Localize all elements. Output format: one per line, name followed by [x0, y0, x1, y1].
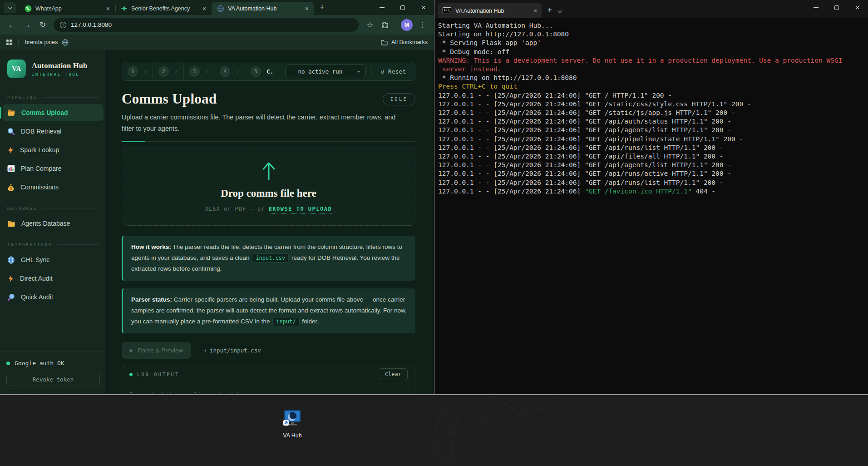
close-button[interactable]: ×: [413, 0, 434, 15]
sidebar-item-agents-database[interactable]: Agents Database: [3, 215, 104, 232]
tab-va-automation-hub[interactable]: VA Automation Hub ×: [212, 2, 314, 15]
browser-window-controls: ×: [371, 0, 434, 15]
terminal-line: 127.0.0.1 - - [25/Apr/2026 21:24:06] "GE…: [438, 169, 868, 178]
profile-avatar[interactable]: M: [401, 19, 413, 31]
play-icon: ▶: [130, 348, 133, 353]
step-5: 5 C.: [245, 62, 279, 80]
tab-close-icon[interactable]: ×: [105, 5, 111, 12]
revoke-token-button[interactable]: Revoke token: [6, 373, 100, 386]
tab-search-button[interactable]: [4, 2, 16, 13]
bookmark-globe-icon[interactable]: [62, 39, 69, 46]
terminal-new-tab-button[interactable]: +: [547, 5, 552, 15]
va-hub-monitor-icon: [281, 409, 303, 429]
step-chevron-icon: ›: [174, 68, 178, 75]
app-logo: VA: [7, 59, 26, 78]
forward-icon[interactable]: →: [20, 18, 35, 32]
terminal-close-button[interactable]: ×: [847, 0, 868, 15]
how-it-works-label: How it works:: [131, 243, 171, 250]
sidebar-item-commissions[interactable]: $ Commissions: [3, 178, 104, 196]
terminal-tab-close-icon[interactable]: ×: [533, 7, 537, 14]
terminal-line: Press CTRL+C to quit: [438, 82, 868, 91]
chevron-down-icon: ▾: [357, 69, 360, 74]
all-bookmarks-button[interactable]: All Bookmarks: [381, 39, 428, 45]
sidebar-item-direct-audit[interactable]: Direct Audit: [3, 270, 104, 287]
site-info-icon[interactable]: i: [60, 22, 66, 28]
tab-senior-benefits-agency[interactable]: Senior Benefits Agency ×: [115, 2, 212, 15]
extensions-puzzle-icon[interactable]: [378, 18, 391, 32]
bookmark-star-icon[interactable]: ☆: [363, 18, 377, 32]
input-csv-chip: input.csv: [252, 253, 289, 263]
status-dot-icon: [6, 362, 10, 365]
terminal-tab[interactable]: C:\_ VA Automation Hub ×: [438, 3, 542, 18]
svg-text:$: $: [10, 186, 12, 190]
terminal-line: 127.0.0.1 - - [25/Apr/2026 21:24:06] "GE…: [438, 178, 868, 187]
sidebar-item-dob-retrieval[interactable]: DOB Retrieval: [3, 123, 104, 140]
parse-preview-button[interactable]: ▶ Parse & Preview: [122, 342, 191, 359]
auth-status-row: Google auth OK: [6, 360, 100, 367]
terminal-line: 127.0.0.1 - - [25/Apr/2026 21:24:06] "GE…: [438, 109, 868, 117]
log-output-header: LOG OUTPUT: [137, 372, 179, 377]
browse-to-upload-link[interactable]: BROWSE TO UPLOAD: [269, 206, 332, 213]
file-dropzone[interactable]: Drop comms file here XLSX or PDF — or BR…: [122, 148, 415, 226]
terminal-line: 127.0.0.1 - - [25/Apr/2026 21:24:06] "GE…: [438, 187, 868, 196]
sidebar-item-quick-audit[interactable]: Quick Audit: [3, 288, 104, 306]
tab-close-icon[interactable]: ×: [304, 5, 310, 12]
magnifier-icon: [7, 293, 15, 301]
back-icon[interactable]: ←: [5, 18, 19, 32]
app-page: VA Automation Hub INTERNAL TOOL PIPELINE…: [0, 50, 434, 393]
sidebar-item-spark-lookup[interactable]: Spark Lookup: [3, 141, 104, 159]
terminal-line: 127.0.0.1 - - [25/Apr/2026 21:24:06] "GE…: [438, 135, 868, 144]
compass-star-icon: [121, 5, 128, 12]
terminal-line: * Serving Flask app 'app': [438, 39, 868, 47]
tab-whatsapp[interactable]: WhatsApp ×: [19, 2, 115, 15]
accent-divider: [122, 141, 415, 142]
parse-preview-label: Parse & Preview: [138, 347, 183, 354]
terminal-line: 127.0.0.1 - - [25/Apr/2026 21:24:06] "GE…: [438, 144, 868, 152]
tab-close-icon[interactable]: ×: [202, 5, 207, 12]
dropzone-title: Drop comms file here: [221, 188, 316, 199]
browser-menu-icon[interactable]: ⋮: [415, 21, 429, 29]
apps-grid-icon[interactable]: [6, 40, 12, 45]
terminal-window-controls: ×: [805, 0, 868, 15]
sidebar-item-label: Commissions: [20, 183, 59, 191]
terminal-minimize-button[interactable]: [805, 0, 826, 15]
maximize-button[interactable]: [392, 0, 413, 15]
input-folder-chip: input/: [272, 317, 299, 326]
terminal-line: 127.0.0.1 - - [25/Apr/2026 21:24:06] "GE…: [438, 161, 868, 169]
terminal-line: server instead.: [438, 65, 868, 74]
terminal-output[interactable]: Starting VA Automation Hub...Starting on…: [434, 18, 868, 196]
app-logo-block: VA Automation Hub INTERNAL TOOL: [0, 50, 106, 86]
new-tab-button[interactable]: +: [320, 2, 325, 12]
sidebar-item-label: Spark Lookup: [20, 146, 59, 154]
bookmark-label: brenda jones: [25, 39, 58, 45]
shortcut-arrow-badge: [283, 420, 289, 426]
active-run-select[interactable]: — no active run — ▾: [285, 64, 366, 78]
reset-button[interactable]: ↺ Reset: [372, 68, 415, 75]
terminal-line: 127.0.0.1 - - [25/Apr/2026 21:24:06] "GE…: [438, 91, 868, 100]
page-description: Upload a carrier commissions file. The p…: [122, 112, 405, 134]
clear-log-button[interactable]: Clear: [379, 368, 408, 380]
minimize-button[interactable]: [371, 0, 392, 15]
app-title: Automation Hub: [32, 61, 87, 70]
sidebar-item-ghl-sync[interactable]: GHL Sync: [3, 251, 104, 268]
all-bookmarks-label: All Bookmarks: [391, 39, 428, 45]
terminal-line: Starting VA Automation Hub...: [438, 21, 868, 30]
sidebar-item-label: Quick Audit: [21, 293, 53, 301]
step-chevron-icon: ›: [143, 68, 147, 75]
lightning-icon: [7, 275, 14, 283]
terminal-dropdown-icon[interactable]: [557, 9, 562, 13]
sidebar-item-comms-upload[interactable]: Comms Upload: [3, 104, 104, 121]
upload-arrow-icon: [261, 161, 277, 181]
terminal-line: 127.0.0.1 - - [25/Apr/2026 21:24:06] "GE…: [438, 126, 868, 134]
reload-icon[interactable]: ↻: [35, 18, 50, 32]
run-select-value: — no active run —: [291, 68, 349, 75]
bookmark-brenda-jones[interactable]: brenda jones: [25, 39, 69, 46]
terminal-window: C:\_ VA Automation Hub × + × Starting VA…: [434, 0, 868, 395]
step-circle: 4: [220, 66, 230, 77]
desktop-icon-va-hub[interactable]: VA Hub: [275, 409, 310, 439]
address-bar[interactable]: i 127.0.0.1:8080: [54, 18, 359, 32]
step-4: 4 ›: [214, 62, 245, 80]
sidebar-item-plan-compare[interactable]: Plan Compare: [3, 160, 104, 177]
terminal-maximize-button[interactable]: [826, 0, 847, 15]
terminal-line: 127.0.0.1 - - [25/Apr/2026 21:24:06] "GE…: [438, 117, 868, 126]
